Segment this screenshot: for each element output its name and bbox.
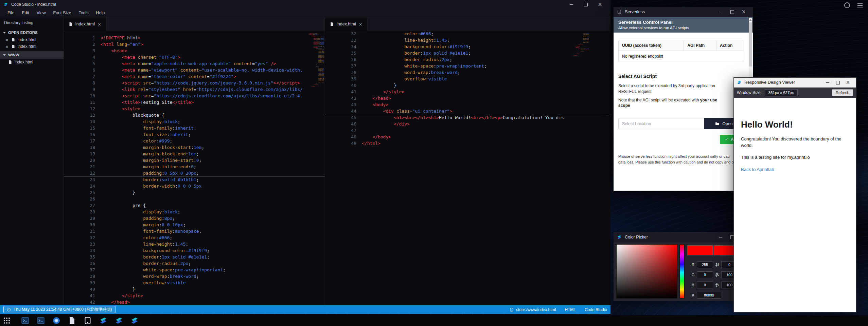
menu-tools[interactable]: Tools xyxy=(75,9,92,16)
code-line[interactable]: 3 <head> xyxy=(64,47,325,54)
file-item[interactable]: ×index.html xyxy=(0,36,64,43)
menu-font-size[interactable]: Font Size xyxy=(50,9,75,16)
close-button[interactable]: × xyxy=(593,0,607,9)
code-line[interactable]: 8 <script src="https://code.jquery.com/j… xyxy=(64,80,325,86)
code-line[interactable]: 6 <meta name="viewport" content="user-sc… xyxy=(64,67,325,73)
code-line[interactable]: 29 padding:8px; xyxy=(64,215,325,222)
editor-tab[interactable]: index.html× xyxy=(64,17,106,31)
code-line[interactable]: 22 padding:0 5px 0 20px; xyxy=(64,170,325,176)
color-picker-title-bar[interactable]: Color Picker × xyxy=(614,232,753,242)
menu-icon[interactable] xyxy=(857,5,863,6)
close-icon[interactable]: × xyxy=(98,22,101,26)
hue-slider[interactable] xyxy=(679,244,685,299)
code-line[interactable]: 11 <title>Testing Site</title> xyxy=(64,99,325,106)
code-line[interactable]: 27 pre { xyxy=(64,202,325,209)
rdv-title-bar[interactable]: Responsive Design Viewer × xyxy=(734,78,856,88)
code-line[interactable]: 1<!DOCTYPE html> xyxy=(64,35,325,41)
close-icon[interactable]: × xyxy=(5,38,9,42)
code-line[interactable]: 35 border:1px solid #e1e1e1; xyxy=(325,50,610,56)
app-window-icon[interactable] xyxy=(84,317,92,325)
code-line[interactable]: 35 border:1px solid #e1e1e1; xyxy=(64,254,325,260)
code-line[interactable]: 19 margin-block-end:1em; xyxy=(64,151,325,157)
code-line[interactable]: 42 </head> xyxy=(325,95,610,101)
code-studio-icon[interactable] xyxy=(115,317,123,325)
code-line[interactable]: 48 </body> xyxy=(325,134,610,140)
sidebar-section-open-editors[interactable]: OPEN EDITORS xyxy=(0,29,64,36)
menu-edit[interactable]: Edit xyxy=(18,9,33,16)
editor-pane-right[interactable]: index.html× 32 color:#666;33 line-height… xyxy=(325,17,610,305)
code-line[interactable]: 40 } xyxy=(325,82,610,89)
code-line[interactable]: 44 <div class="ui container"> xyxy=(325,108,610,114)
code-line[interactable]: 40 } xyxy=(64,286,325,292)
code-line[interactable]: 33 line-height:1.45; xyxy=(325,37,610,43)
field-value-input[interactable]: 255 xyxy=(697,261,713,268)
saturation-gradient[interactable] xyxy=(616,244,677,299)
field-value-input[interactable]: 0 xyxy=(697,282,713,288)
serverless-title-bar[interactable]: Serverless × xyxy=(614,7,753,17)
code-line[interactable]: 31 font-family:monospace; xyxy=(64,228,325,234)
code-line[interactable]: 14 display:block; xyxy=(64,118,325,125)
code-studio-icon[interactable] xyxy=(99,317,107,325)
code-line[interactable]: 45 <h1><br></h1><h1>Hello World!<br></h1… xyxy=(325,114,610,121)
menu-help[interactable]: Help xyxy=(93,9,108,16)
code-line[interactable]: 28 display:block; xyxy=(64,209,325,215)
code-line[interactable]: 2<html lang="en"> xyxy=(64,41,325,47)
code-line[interactable]: 15 font-family:inherit; xyxy=(64,125,325,131)
code-line[interactable]: 32 color:#666; xyxy=(64,234,325,241)
code-line[interactable]: 34 background-color:#f9f9f9; xyxy=(325,43,610,50)
code-line[interactable]: 13 blockquote { xyxy=(64,112,325,118)
code-line[interactable]: 39 overflow:visible xyxy=(64,280,325,286)
apps-grid-icon[interactable] xyxy=(3,317,11,325)
sidebar-section-www[interactable]: WWW xyxy=(0,51,64,59)
minimap[interactable]: color:#666; line-height:1.45; background… xyxy=(573,33,589,56)
close-button[interactable]: × xyxy=(843,78,853,87)
editor-pane-left[interactable]: index.html× 1<!DOCTYPE html>2<html lang=… xyxy=(64,17,325,305)
restore-button[interactable] xyxy=(579,0,593,9)
code-line[interactable]: 23 border:solid #b1b1b1; xyxy=(64,176,325,183)
select-location-input[interactable]: Select Location xyxy=(618,118,704,129)
close-button[interactable]: × xyxy=(738,7,749,17)
terminal-icon[interactable] xyxy=(37,317,45,325)
menu-view[interactable]: View xyxy=(33,9,49,16)
code-line[interactable]: 5 <meta name="apple-mobile-web-app-capab… xyxy=(64,60,325,67)
code-line[interactable]: 17 color:#999; xyxy=(64,138,325,144)
code-line[interactable]: 47 xyxy=(325,127,610,134)
code-line[interactable]: 21 margin-inline-end:0; xyxy=(64,164,325,170)
file-item[interactable]: index.html xyxy=(0,59,64,65)
code-line[interactable]: 20 margin-inline-start:0; xyxy=(64,157,325,164)
code-line[interactable]: 10 <script src="https://cdnjs.cloudflare… xyxy=(64,93,325,99)
hex-input[interactable]: ff0000 xyxy=(697,292,721,299)
code-line[interactable]: 42 </head> xyxy=(64,299,325,305)
code-line[interactable]: 4 <meta charset="UTF-8"> xyxy=(64,54,325,60)
code-studio-icon[interactable] xyxy=(130,317,139,325)
code-line[interactable]: 39 overflow:visible xyxy=(325,76,610,82)
code-line[interactable]: 12 <style> xyxy=(64,106,325,112)
refresh-button[interactable]: Refresh xyxy=(832,89,853,96)
code-line[interactable]: 37 white-space:pre-wrap!important; xyxy=(64,267,325,273)
window-size-value[interactable]: 361px x 627px xyxy=(765,89,798,96)
file-icon[interactable] xyxy=(68,317,76,325)
menu-file[interactable]: File xyxy=(4,9,18,16)
code-line[interactable]: 18 margin-block-start:1em; xyxy=(64,144,325,151)
code-line[interactable]: 46 </div> xyxy=(325,121,610,127)
code-line[interactable]: 32 color:#666; xyxy=(325,31,610,37)
close-icon[interactable]: × xyxy=(5,44,9,49)
minimap[interactable]: <!DOCTYPE html><html lang="en"> <head> <… xyxy=(308,33,324,87)
maximize-button[interactable] xyxy=(726,7,738,17)
minimize-button[interactable] xyxy=(822,78,833,87)
language-mode[interactable]: HTML xyxy=(565,307,576,312)
code-line[interactable]: 34 background-color:#f9f9f9; xyxy=(64,247,325,254)
code-line[interactable]: 16 font-size:inherit; xyxy=(64,131,325,138)
editor-tab[interactable]: index.html× xyxy=(325,17,368,31)
file-path-item[interactable]: store:/www/index.html xyxy=(510,307,556,312)
minimize-button[interactable] xyxy=(715,7,726,17)
code-line[interactable]: 41 </style> xyxy=(325,89,610,95)
code-line[interactable]: 38 word-wrap:break-word; xyxy=(64,273,325,280)
datetime-chip[interactable]: Thu May 11 2023 21:54:48 GMT+0800 (台北標準時… xyxy=(3,306,116,313)
scroll-up-icon[interactable] xyxy=(749,18,752,22)
maximize-button[interactable] xyxy=(833,78,843,87)
spinner-icon[interactable] xyxy=(844,2,850,8)
file-item[interactable]: ×index.html xyxy=(0,43,64,50)
code-line[interactable]: 37 white-space:pre-wrap!important; xyxy=(325,63,610,69)
code-line[interactable]: 41 </style> xyxy=(64,292,325,299)
